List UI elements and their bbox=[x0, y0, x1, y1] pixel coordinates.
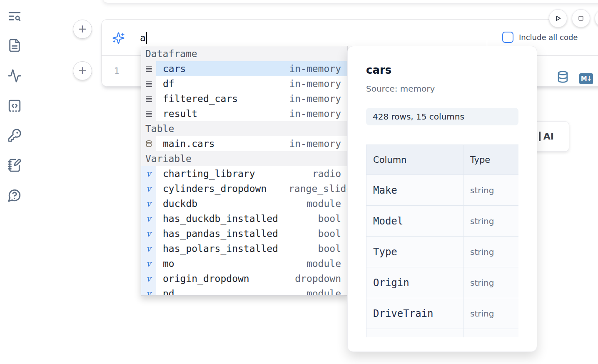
autocomplete-item[interactable]: v filtered_cars in-memory bbox=[141, 91, 347, 106]
autocomplete-item-name: df bbox=[163, 78, 174, 89]
autocomplete-item[interactable]: v cylinders_dropdown range_slider bbox=[141, 181, 347, 196]
stop-icon bbox=[576, 13, 586, 24]
schema-table-row: Origin string bbox=[366, 267, 519, 298]
autocomplete-item-name: cylinders_dropdown bbox=[163, 183, 267, 194]
autocomplete-item[interactable]: v cars in-memory bbox=[141, 61, 347, 76]
table-database-icon bbox=[145, 140, 152, 147]
autocomplete-section-header: Table bbox=[141, 121, 347, 136]
sidebar-item-help[interactable] bbox=[7, 188, 22, 203]
variable-icon: v bbox=[146, 274, 151, 284]
autocomplete-item-type: bool bbox=[289, 228, 347, 239]
ai-prompt-input[interactable]: a bbox=[140, 32, 147, 45]
file-text-icon bbox=[7, 38, 22, 52]
schema-table-body: Make string Model string Type string Ori… bbox=[366, 175, 519, 338]
schema-column-type bbox=[463, 329, 519, 338]
sidebar-item-secrets[interactable] bbox=[7, 128, 22, 143]
line-number: 1 bbox=[112, 66, 122, 76]
code-square-icon bbox=[7, 99, 22, 113]
autocomplete-item[interactable]: v has_polars_installed bool bbox=[141, 241, 347, 256]
schema-column-type: string bbox=[463, 298, 519, 329]
notebook-page: a Include all code 1 M↓ + + AI Dataframe bbox=[0, 0, 598, 364]
autocomplete-item[interactable]: v has_duckdb_installed bool bbox=[141, 211, 347, 226]
autocomplete-item[interactable]: v duckdb module bbox=[141, 196, 347, 211]
stop-button[interactable] bbox=[572, 9, 590, 27]
schema-column-name bbox=[366, 329, 463, 338]
autocomplete-item[interactable]: v mo module bbox=[141, 256, 347, 271]
schema-column-name: Origin bbox=[366, 267, 463, 298]
variable-icon: v bbox=[146, 199, 151, 209]
variable-icon: v bbox=[146, 184, 151, 194]
sidebar-item-search[interactable] bbox=[7, 9, 22, 24]
preview-summary-badge: 428 rows, 15 columns bbox=[366, 108, 518, 125]
autocomplete-item-type: dropdown bbox=[289, 273, 347, 284]
markdown-icon: M↓ bbox=[581, 75, 592, 82]
preview-source: Source: memory bbox=[366, 84, 518, 94]
autocomplete-item-name: mo bbox=[163, 258, 174, 269]
sidebar-item-activity[interactable] bbox=[7, 69, 22, 84]
add-cell-above-button[interactable]: + bbox=[73, 20, 92, 39]
autocomplete-item-type: in-memory bbox=[289, 78, 347, 89]
autocomplete-item-type: bool bbox=[289, 243, 347, 254]
autocomplete-item-type: in-memory bbox=[289, 63, 347, 74]
autocomplete-item-type: in-memory bbox=[289, 108, 347, 119]
sidebar-item-files[interactable] bbox=[7, 38, 22, 53]
include-all-code-label: Include all code bbox=[519, 33, 578, 42]
autocomplete-item[interactable]: v pd module bbox=[141, 286, 347, 296]
dataframe-preview-panel: cars Source: memory 428 rows, 15 columns… bbox=[347, 46, 537, 352]
schema-column-name: DriveTrain bbox=[366, 298, 463, 329]
schema-table-row: Make string bbox=[366, 175, 519, 206]
export-dataframe-button[interactable] bbox=[556, 70, 569, 84]
activity-icon bbox=[7, 69, 22, 83]
preview-title: cars bbox=[366, 64, 518, 76]
schema-column-name: Type bbox=[366, 237, 463, 267]
schema-header-type: Type bbox=[463, 145, 519, 175]
variable-icon: v bbox=[146, 169, 151, 179]
sidebar-item-scratchpad[interactable] bbox=[7, 158, 22, 173]
variable-icon: v bbox=[146, 214, 151, 224]
help-chat-icon bbox=[7, 188, 22, 202]
schema-table-row: Model string bbox=[366, 206, 519, 237]
dataframe-icon bbox=[145, 65, 152, 72]
autocomplete-item-type: module bbox=[289, 258, 347, 269]
autocomplete-item[interactable]: v origin_dropdown dropdown bbox=[141, 271, 347, 286]
include-all-code-checkbox[interactable] bbox=[502, 32, 513, 43]
autocomplete-item[interactable]: v result in-memory bbox=[141, 106, 347, 121]
autocomplete-item-name: has_polars_installed bbox=[163, 243, 278, 254]
schema-column-type: string bbox=[463, 175, 519, 206]
sidebar-item-snippets[interactable] bbox=[7, 99, 22, 114]
autocomplete-dropdown[interactable]: Dataframe v cars in-memory v df in-memor… bbox=[141, 46, 348, 296]
ai-button-label: AI bbox=[543, 131, 554, 142]
variable-icon: v bbox=[146, 289, 151, 296]
schema-table-row bbox=[366, 329, 519, 338]
autocomplete-item[interactable]: v df in-memory bbox=[141, 76, 347, 91]
autocomplete-item[interactable]: v charting_library radio bbox=[141, 166, 347, 181]
variable-icon: v bbox=[146, 229, 151, 239]
autocomplete-list: Dataframe v cars in-memory v df in-memor… bbox=[141, 46, 347, 296]
play-icon bbox=[553, 13, 563, 24]
autocomplete-item-name: has_duckdb_installed bbox=[163, 213, 278, 224]
schema-column-type: string bbox=[463, 267, 519, 298]
dataframe-icon bbox=[145, 95, 152, 102]
sidebar bbox=[0, 0, 29, 364]
schema-table-row: DriveTrain string bbox=[366, 298, 519, 329]
autocomplete-item-name: result bbox=[163, 108, 197, 119]
schema-column-name: Model bbox=[366, 206, 463, 237]
dataframe-icon bbox=[145, 110, 152, 117]
autocomplete-item-name: has_pandas_installed bbox=[163, 228, 278, 239]
run-cell-button[interactable] bbox=[549, 9, 567, 27]
notebook-pen-icon bbox=[7, 158, 22, 172]
database-icon bbox=[556, 70, 569, 83]
schema-header-column: Column bbox=[366, 145, 463, 175]
text-search-icon bbox=[7, 9, 22, 23]
autocomplete-item-type: range_slider bbox=[289, 183, 347, 194]
schema-table-row: Type string bbox=[366, 237, 519, 267]
autocomplete-item-name: filtered_cars bbox=[163, 93, 238, 104]
sparkles-ai-icon bbox=[112, 32, 125, 45]
markdown-convert-button[interactable]: M↓ bbox=[579, 73, 593, 84]
autocomplete-item[interactable]: v has_pandas_installed bool bbox=[141, 226, 347, 241]
add-cell-below-button[interactable]: + bbox=[73, 61, 92, 80]
schema-column-name: Make bbox=[366, 175, 463, 206]
previous-cell-edge bbox=[102, 0, 598, 3]
autocomplete-section-header: Variable bbox=[141, 151, 347, 166]
autocomplete-item[interactable]: v main.cars in-memory bbox=[141, 136, 347, 151]
